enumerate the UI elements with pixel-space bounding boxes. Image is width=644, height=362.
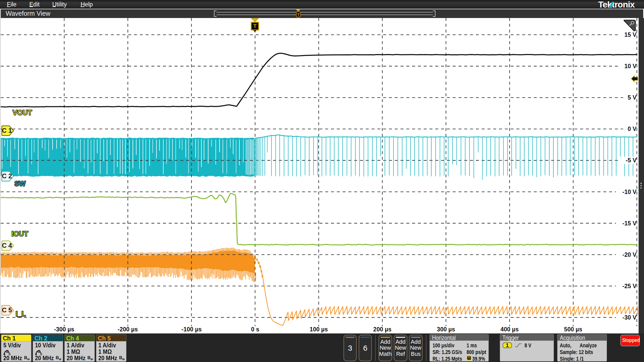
svg-text:C 2: C 2	[2, 172, 12, 180]
svg-text:VOUT: VOUT	[13, 109, 32, 117]
svg-text:SW: SW	[14, 180, 26, 188]
svg-text:T: T	[297, 12, 299, 17]
svg-text:300 µs: 300 µs	[437, 326, 455, 333]
svg-text:-15 V: -15 V	[622, 220, 637, 227]
svg-text:500 µs: 500 µs	[564, 326, 582, 333]
svg-text:IOUT: IOUT	[12, 230, 28, 238]
svg-text:100 µs: 100 µs	[310, 326, 328, 333]
svg-text:-300 µs: -300 µs	[54, 326, 74, 333]
svg-text:400 µs: 400 µs	[501, 326, 519, 333]
svg-text:C 1: C 1	[2, 127, 12, 134]
svg-text:-5 V: -5 V	[626, 157, 637, 164]
svg-text:I_L: I_L	[16, 310, 26, 318]
svg-text:-30 V: -30 V	[622, 314, 637, 321]
svg-text:-25 V: -25 V	[622, 283, 637, 289]
svg-text:10 V: 10 V	[624, 63, 637, 69]
svg-text:0 s: 0 s	[251, 326, 259, 333]
svg-text:5 V: 5 V	[628, 94, 637, 101]
svg-text:-200 µs: -200 µs	[118, 326, 138, 333]
svg-text:-100 µs: -100 µs	[182, 326, 202, 333]
svg-text:-10 V: -10 V	[622, 189, 637, 195]
svg-text:15 V: 15 V	[624, 31, 637, 38]
svg-text:T: T	[253, 23, 257, 29]
svg-text:C 4: C 4	[2, 242, 12, 249]
svg-text:-20 V: -20 V	[622, 251, 637, 258]
svg-text:200 µs: 200 µs	[373, 326, 392, 333]
svg-text:C 5: C 5	[2, 306, 12, 314]
svg-text:0 V: 0 V	[628, 126, 637, 132]
